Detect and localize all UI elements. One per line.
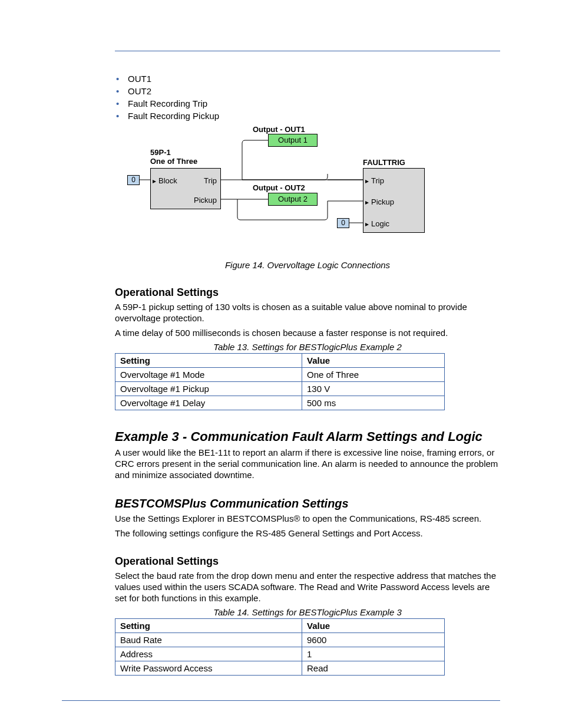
table-cell: 1: [302, 647, 445, 661]
port-arrow-icon: ▸: [365, 199, 369, 206]
table-row: Overvoltage #1 Pickup 130 V: [115, 382, 445, 396]
faulttrig-trip: Trip: [371, 176, 384, 185]
table-cell: Overvoltage #1 Delay: [115, 396, 302, 410]
faulttrig-title: FAULTTRIG: [363, 158, 405, 167]
out1-box: Output 1: [268, 134, 318, 147]
page: OUT1 OUT2 Fault Recording Trip Fault Rec…: [0, 0, 562, 728]
port-pickup: Pickup: [194, 196, 217, 205]
port-trip: Trip: [204, 176, 217, 185]
table-header: Value: [302, 619, 445, 633]
list-item: Fault Recording Trip: [115, 97, 500, 110]
block-59p1-title: 59P-1 One of Three: [150, 148, 197, 166]
table-row: Overvoltage #1 Mode One of Three: [115, 368, 445, 382]
out2-box: Output 2: [268, 193, 318, 206]
paragraph: Select the baud rate from the drop down …: [115, 570, 500, 604]
table-14-caption: Table 14. Settings for BESTlogicPlus Exa…: [115, 607, 500, 617]
out1-title: Output - OUT1: [253, 125, 305, 134]
faulttrig-pickup: Pickup: [371, 197, 394, 206]
constant-0-logic: 0: [337, 218, 349, 228]
out2-title: Output - OUT2: [253, 183, 305, 192]
rule-bottom: [62, 700, 500, 701]
table-cell: Baud Rate: [115, 633, 302, 647]
paragraph: A user would like the BE1-11t to report …: [115, 447, 500, 480]
block-59p1-id: 59P-1: [150, 148, 171, 157]
table-row: Overvoltage #1 Delay 500 ms: [115, 396, 445, 410]
table-13-caption: Table 13. Settings for BESTlogicPlus Exa…: [115, 342, 500, 352]
heading-operational-settings-2: Operational Settings: [115, 555, 500, 568]
table-14: Setting Value Baud Rate 9600 Address 1 W…: [115, 618, 445, 676]
overvoltage-logic-diagram: 59P-1 One of Three ▸ Block Trip Pickup 0…: [115, 126, 500, 249]
table-row: Write Password Access Read: [115, 661, 445, 676]
port-arrow-icon: ▸: [153, 177, 156, 185]
paragraph: A time delay of 500 milliseconds is chos…: [115, 327, 500, 338]
port-arrow-icon: ▸: [365, 220, 369, 228]
list-item: Fault Recording Pickup: [115, 110, 500, 122]
list-item: OUT1: [115, 73, 500, 85]
table-row: Setting Value: [115, 354, 445, 368]
table-header: Setting: [115, 619, 302, 633]
table-cell: Overvoltage #1 Mode: [115, 368, 302, 382]
faulttrig-logic: Logic: [371, 219, 389, 228]
table-row: Baud Rate 9600: [115, 633, 445, 647]
port-block: Block: [158, 176, 177, 185]
block-59p1-mode: One of Three: [150, 157, 197, 166]
paragraph: The following settings configure the RS-…: [115, 528, 500, 539]
table-cell: Address: [115, 647, 302, 661]
table-cell: 500 ms: [302, 396, 445, 410]
block-59p1: ▸ Block Trip Pickup: [150, 168, 221, 209]
table-cell: 9600: [302, 633, 445, 647]
table-13: Setting Value Overvoltage #1 Mode One of…: [115, 353, 445, 410]
list-item: OUT2: [115, 85, 500, 97]
bullet-list: OUT1 OUT2 Fault Recording Trip Fault Rec…: [115, 73, 500, 122]
heading-operational-settings-1: Operational Settings: [115, 286, 500, 299]
table-cell: Overvoltage #1 Pickup: [115, 382, 302, 396]
paragraph: Use the Settings Explorer in BESTCOMSPlu…: [115, 513, 500, 524]
table-row: Address 1: [115, 647, 445, 661]
figure-14-caption: Figure 14. Overvoltage Logic Connections: [115, 260, 500, 270]
table-row: Setting Value: [115, 619, 445, 633]
table-cell: Read: [302, 661, 445, 676]
heading-example-3: Example 3 - Communication Fault Alarm Se…: [115, 429, 500, 444]
table-cell: One of Three: [302, 368, 445, 382]
table-header: Setting: [115, 354, 302, 368]
table-cell: 130 V: [302, 382, 445, 396]
table-header: Value: [302, 354, 445, 368]
heading-bestcoms-comm: BESTCOMSPlus Communication Settings: [115, 497, 500, 510]
table-cell: Write Password Access: [115, 661, 302, 676]
rule-top: [115, 51, 500, 51]
paragraph: A 59P-1 pickup setting of 130 volts is c…: [115, 301, 500, 324]
faulttrig-block: ▸ Trip ▸ Pickup ▸ Logic: [363, 168, 425, 233]
constant-0-left: 0: [127, 175, 140, 185]
port-arrow-icon: ▸: [365, 177, 369, 185]
